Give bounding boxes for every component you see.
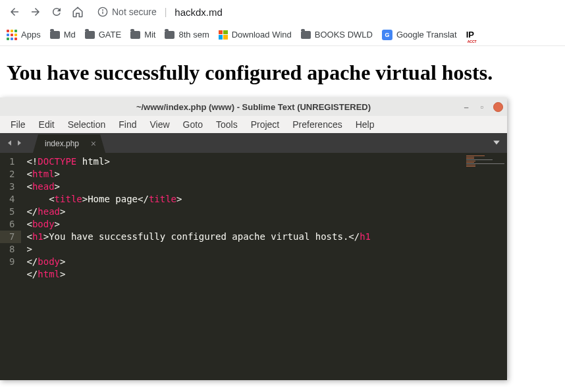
bookmarks-bar: Apps Md GATE Mit 8th sem Download Wind B…	[0, 24, 565, 46]
folder-icon	[165, 31, 175, 39]
sublime-tabbar: index.php ×	[0, 133, 507, 153]
menu-tools[interactable]: Tools	[209, 117, 244, 132]
gtranslate-icon: G	[382, 30, 392, 40]
window-controls: – ▫	[462, 102, 503, 112]
apps-icon	[7, 30, 17, 40]
menu-project[interactable]: Project	[244, 117, 286, 132]
sublime-window: ~/www/index.php (www) - Sublime Text (UN…	[0, 98, 507, 380]
folder-icon	[50, 31, 60, 39]
address-divider: |	[165, 7, 167, 17]
windows-icon	[219, 30, 228, 40]
menu-help[interactable]: Help	[349, 117, 381, 132]
bookmark-books-dwld[interactable]: BOOKS DWLD	[301, 30, 373, 40]
bookmark-ip[interactable]: IP	[466, 30, 474, 40]
bookmark-mit[interactable]: Mit	[130, 30, 155, 40]
info-icon	[97, 7, 108, 17]
apps-button[interactable]: Apps	[7, 30, 41, 40]
sublime-editor[interactable]: 1 2 3 4 5 6 7 8 9 <!DOCTYPE html><html><…	[0, 153, 507, 380]
maximize-button[interactable]: ▫	[477, 102, 487, 111]
home-button[interactable]	[68, 3, 87, 21]
tab-label: index.php	[45, 139, 79, 148]
page-heading: You have successfully configured apache …	[7, 61, 558, 85]
menu-selection[interactable]: Selection	[61, 117, 113, 132]
minimap[interactable]	[454, 153, 507, 380]
sublime-title: ~/www/index.php (www) - Sublime Text (UN…	[136, 102, 371, 112]
close-button[interactable]	[493, 102, 503, 112]
page-content: You have successfully configured apache …	[0, 46, 565, 99]
line-gutter: 1 2 3 4 5 6 7 8 9	[0, 153, 21, 380]
address-bar[interactable]: Not secure | hackdx.md	[97, 7, 223, 18]
security-label: Not secure	[112, 7, 157, 17]
reload-button[interactable]	[47, 3, 66, 21]
folder-icon	[130, 31, 140, 39]
ip-icon: IP	[466, 30, 474, 40]
menu-edit[interactable]: Edit	[32, 117, 61, 132]
bookmark-gate[interactable]: GATE	[85, 30, 121, 40]
bookmark-google-translate[interactable]: GGoogle Translat	[382, 30, 457, 40]
bookmark-download-windows[interactable]: Download Wind	[219, 30, 292, 40]
folder-icon	[85, 31, 95, 39]
url-text: hackdx.md	[175, 7, 223, 18]
menu-preferences[interactable]: Preferences	[286, 117, 348, 132]
sublime-menubar: File Edit Selection Find View Goto Tools…	[0, 116, 507, 133]
browser-toolbar: Not secure | hackdx.md	[0, 0, 565, 24]
menu-view[interactable]: View	[144, 117, 176, 132]
folder-icon	[301, 31, 311, 39]
tab-index-php[interactable]: index.php ×	[33, 134, 105, 153]
code-area[interactable]: <!DOCTYPE html><html><head> <title>Home …	[21, 153, 454, 380]
minimize-button[interactable]: –	[462, 102, 471, 111]
sublime-titlebar[interactable]: ~/www/index.php (www) - Sublime Text (UN…	[0, 98, 507, 116]
forward-button[interactable]	[26, 3, 45, 21]
tab-dropdown[interactable]	[493, 137, 500, 149]
apps-label: Apps	[21, 30, 41, 40]
menu-find[interactable]: Find	[112, 117, 143, 132]
back-button[interactable]	[5, 3, 24, 21]
bookmark-8th-sem[interactable]: 8th sem	[165, 30, 209, 40]
tab-nav[interactable]	[0, 133, 29, 153]
bookmark-md[interactable]: Md	[50, 30, 76, 40]
menu-file[interactable]: File	[4, 117, 32, 132]
tab-close-icon[interactable]: ×	[91, 138, 96, 149]
menu-goto[interactable]: Goto	[176, 117, 209, 132]
